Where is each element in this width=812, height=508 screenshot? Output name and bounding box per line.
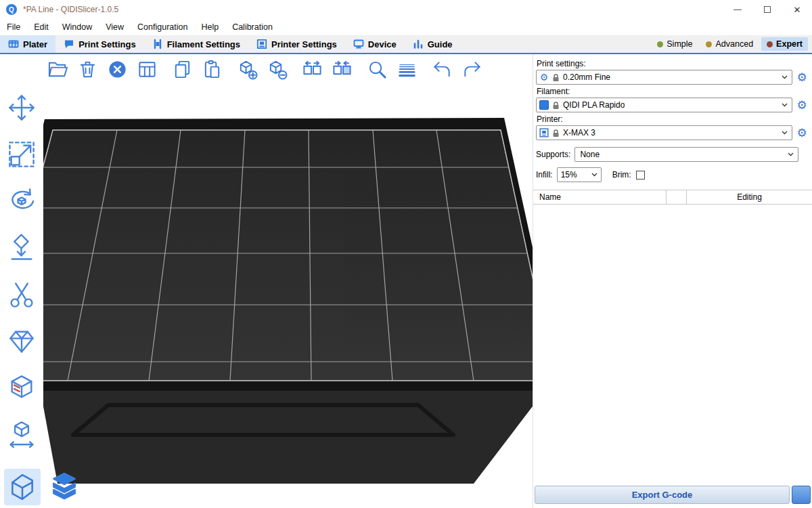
mode-selector: Simple Advanced Expert bbox=[652, 35, 812, 53]
paste-button[interactable] bbox=[200, 58, 224, 81]
tab-device[interactable]: Device bbox=[345, 35, 405, 53]
sidebar: Print settings: ⚙ 0.20mm Fine ⚙ Filament… bbox=[533, 54, 812, 508]
add-instance-icon bbox=[237, 59, 258, 80]
column-header-editing[interactable]: Editing bbox=[687, 190, 812, 204]
supports-combobox[interactable]: None bbox=[574, 147, 798, 162]
infill-value: 15% bbox=[561, 170, 577, 179]
copy-button[interactable] bbox=[171, 58, 194, 81]
mode-advanced[interactable]: Advanced bbox=[700, 37, 759, 51]
mode-label: Expert bbox=[776, 39, 803, 49]
place-on-face-button[interactable] bbox=[5, 232, 38, 264]
remove-instance-button[interactable] bbox=[265, 58, 289, 81]
infill-label: Infill: bbox=[536, 170, 553, 179]
titlebar: Q *PA Line - QIDISlicer-1.0.5 ✕ bbox=[0, 0, 812, 19]
seam-button[interactable] bbox=[5, 325, 38, 358]
menubar: File Edit Window View Configuration Help… bbox=[0, 19, 812, 35]
tab-guide[interactable]: Guide bbox=[405, 35, 461, 53]
copy-icon bbox=[172, 59, 193, 80]
tab-plater[interactable]: Plater bbox=[0, 35, 55, 53]
split-to-parts-button[interactable] bbox=[330, 58, 354, 81]
lock-icon bbox=[552, 129, 560, 137]
menu-item-file[interactable]: File bbox=[0, 19, 27, 35]
tab-printer-settings[interactable]: Printer Settings bbox=[248, 35, 345, 53]
maximize-button[interactable] bbox=[752, 0, 782, 19]
menu-item-window[interactable]: Window bbox=[55, 19, 99, 35]
print-settings-label: Print settings: bbox=[537, 59, 808, 68]
window-title: *PA Line - QIDISlicer-1.0.5 bbox=[23, 5, 118, 14]
top-toolbar bbox=[46, 58, 495, 81]
place-on-face-icon bbox=[7, 233, 37, 263]
editor-3d-toggle[interactable] bbox=[4, 469, 41, 505]
supports-label: Supports: bbox=[536, 150, 570, 159]
printer-combobox[interactable]: X-MAX 3 bbox=[536, 125, 792, 140]
printer-edit-button[interactable]: ⚙ bbox=[796, 127, 808, 139]
export-gcode-button[interactable]: Export G-code bbox=[535, 486, 790, 504]
arrange-button[interactable] bbox=[135, 58, 159, 81]
guide-icon bbox=[413, 39, 424, 49]
printer-icon bbox=[539, 128, 549, 137]
split-parts-icon bbox=[332, 59, 353, 80]
simple-mode-dot-icon bbox=[657, 41, 663, 47]
close-button[interactable]: ✕ bbox=[782, 0, 812, 19]
rotate-button[interactable] bbox=[5, 185, 38, 217]
variable-layer-height-button[interactable] bbox=[395, 58, 419, 81]
infill-combobox[interactable]: 15% bbox=[557, 167, 602, 182]
export-options-button[interactable] bbox=[792, 486, 811, 504]
column-header-extruder bbox=[667, 190, 687, 204]
move-button[interactable] bbox=[5, 91, 38, 124]
lock-icon bbox=[552, 101, 560, 110]
bed-3d-scene[interactable] bbox=[43, 54, 533, 508]
menu-item-configuration[interactable]: Configuration bbox=[131, 19, 194, 35]
paste-icon bbox=[202, 59, 223, 80]
menu-item-view[interactable]: View bbox=[99, 19, 131, 35]
preset-gear-icon: ⚙ bbox=[539, 72, 549, 82]
trash-icon bbox=[77, 59, 98, 80]
delete-all-button[interactable] bbox=[106, 58, 129, 81]
scale-icon bbox=[7, 140, 37, 169]
column-header-name[interactable]: Name bbox=[533, 190, 667, 204]
split-to-objects-button[interactable] bbox=[300, 58, 324, 81]
print-settings-icon bbox=[64, 39, 74, 49]
tab-print-settings[interactable]: Print Settings bbox=[55, 35, 144, 53]
app-logo-icon: Q bbox=[6, 4, 17, 15]
open-project-button[interactable] bbox=[46, 58, 70, 81]
filament-label: Filament: bbox=[537, 87, 808, 96]
minimize-button[interactable] bbox=[723, 0, 752, 19]
print-settings-combobox[interactable]: ⚙ 0.20mm Fine bbox=[536, 70, 792, 85]
viewport-3d[interactable] bbox=[0, 54, 533, 508]
object-list[interactable] bbox=[533, 205, 812, 486]
menu-item-calibration[interactable]: Calibration bbox=[225, 19, 279, 35]
paint-button[interactable] bbox=[5, 372, 38, 404]
search-button[interactable] bbox=[365, 58, 389, 81]
preview-toggle[interactable] bbox=[46, 469, 83, 505]
delete-button[interactable] bbox=[76, 58, 99, 81]
chevron-down-icon bbox=[788, 152, 794, 156]
scale-button[interactable] bbox=[5, 138, 38, 171]
menu-item-help[interactable]: Help bbox=[194, 19, 225, 35]
measure-icon bbox=[7, 420, 37, 450]
tab-label: Device bbox=[368, 39, 397, 49]
tab-label: Print Settings bbox=[78, 39, 136, 49]
brim-label: Brim: bbox=[612, 170, 631, 179]
remove-instance-icon bbox=[267, 59, 288, 80]
undo-button[interactable] bbox=[430, 58, 454, 81]
add-instance-button[interactable] bbox=[235, 58, 259, 81]
mode-simple[interactable]: Simple bbox=[652, 37, 698, 51]
split-objects-icon bbox=[302, 59, 323, 80]
print-settings-edit-button[interactable]: ⚙ bbox=[796, 71, 808, 83]
filament-settings-icon bbox=[152, 39, 163, 49]
filament-edit-button[interactable]: ⚙ bbox=[796, 99, 808, 111]
menu-item-edit[interactable]: Edit bbox=[27, 19, 55, 35]
filament-combobox[interactable]: QIDI PLA Rapido bbox=[536, 98, 792, 112]
tab-filament-settings[interactable]: Filament Settings bbox=[144, 35, 248, 53]
brim-checkbox[interactable] bbox=[636, 171, 645, 179]
mode-expert[interactable]: Expert bbox=[761, 37, 808, 51]
advanced-mode-dot-icon bbox=[706, 41, 712, 47]
lock-icon bbox=[552, 73, 560, 82]
layers-preview-icon bbox=[49, 471, 80, 503]
redo-button[interactable] bbox=[460, 58, 484, 81]
measure-button[interactable] bbox=[5, 419, 38, 451]
object-table-header: Name Editing bbox=[533, 190, 812, 205]
supports-value: None bbox=[578, 150, 600, 159]
cut-button[interactable] bbox=[5, 278, 38, 311]
